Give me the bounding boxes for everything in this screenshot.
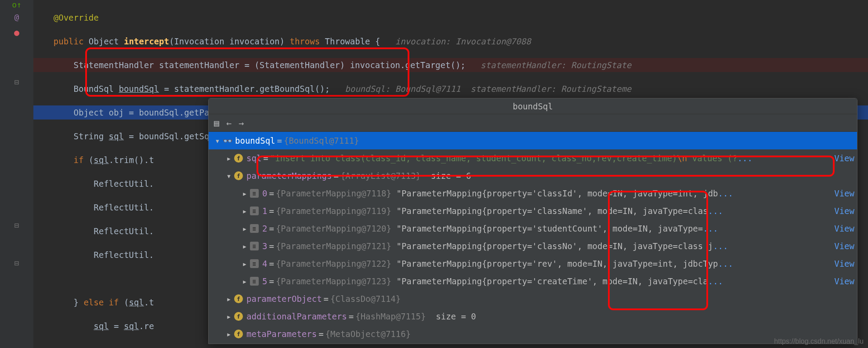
- view-link[interactable]: View: [834, 241, 857, 251]
- var-class: {ParameterMapping@7122}: [276, 259, 391, 268]
- popup-title: boundSql: [209, 98, 857, 114]
- fold-gutter-icon[interactable]: ⊟: [14, 78, 19, 86]
- var-class: {ParameterMapping@7118}: [276, 188, 391, 198]
- view-link[interactable]: View: [834, 224, 857, 233]
- method-name: intercept: [124, 36, 169, 46]
- code-line: ReflectUtil.: [94, 179, 154, 188]
- view-link[interactable]: View: [834, 153, 857, 163]
- code-line: ReflectUtil.: [94, 203, 154, 212]
- keyword-else: else: [83, 297, 104, 307]
- expand-arrow-icon[interactable]: [239, 224, 250, 233]
- expand-arrow-icon[interactable]: [224, 294, 234, 304]
- var-value: "ParameterMapping{property='classNo', mo…: [396, 241, 713, 251]
- var-index: 1: [262, 206, 267, 216]
- code-fragment: (sql.trim().t: [89, 155, 154, 165]
- var-name: sql: [246, 153, 261, 163]
- breakpoint-icon[interactable]: ●: [14, 28, 19, 37]
- inlay-hint: statementHandler: RoutingState: [481, 60, 631, 70]
- keyword-public: public: [54, 36, 84, 46]
- inlay-hint: invocation: Invocation@7088: [395, 36, 531, 46]
- field-badge-icon: f: [234, 154, 243, 163]
- expand-arrow-icon[interactable]: [239, 276, 250, 286]
- code-line: ReflectUtil.: [94, 226, 154, 236]
- tree-row-item[interactable]: ≡ 1 = {ParameterMapping@7119} "Parameter…: [209, 202, 857, 220]
- ellipsis: ...: [703, 224, 718, 233]
- code-line: String sql = boundSql.getSql();: [74, 131, 230, 141]
- array-badge-icon: ≡: [250, 259, 259, 268]
- var-class: {ParameterMapping@7123}: [276, 276, 391, 286]
- tree-row-item[interactable]: ≡ 2 = {ParameterMapping@7120} "Parameter…: [209, 220, 857, 237]
- nodes-view-icon[interactable]: ▤: [214, 118, 219, 128]
- ellipsis: ...: [708, 206, 723, 216]
- tree-row-item[interactable]: ≡ 3 = {ParameterMapping@7121} "Parameter…: [209, 237, 857, 255]
- view-link[interactable]: View: [834, 206, 857, 216]
- tree-row-item[interactable]: ≡ 4 = {ParameterMapping@7122} "Parameter…: [209, 255, 857, 272]
- var-value: "insert into class(class_id, class_name,…: [270, 153, 738, 163]
- ellipsis: ...: [718, 259, 733, 268]
- var-name: parameterMappings: [246, 171, 332, 181]
- override-gutter-icon[interactable]: o↑: [12, 1, 22, 9]
- back-icon[interactable]: ←: [226, 118, 231, 128]
- var-class: {ParameterMapping@7121}: [276, 241, 391, 251]
- watermark-text: https://blog.csdn.net/xuan_lu: [774, 337, 864, 345]
- code-line: sql = sql.re: [94, 321, 154, 331]
- tree-row-item[interactable]: ≡ 5 = {ParameterMapping@7123} "Parameter…: [209, 272, 857, 290]
- debugger-evaluate-popup[interactable]: boundSql ▤ ← → 👓 boundSql = {BoundSql@71…: [208, 98, 857, 344]
- tree-row-sql[interactable]: f sql = "insert into class(class_id, cla…: [209, 149, 857, 167]
- expand-arrow-icon[interactable]: [239, 259, 250, 268]
- expand-arrow-icon[interactable]: [224, 312, 234, 321]
- var-class: {ParameterMapping@7119}: [276, 206, 391, 216]
- expand-arrow-icon[interactable]: [224, 329, 234, 339]
- expand-arrow-icon[interactable]: [239, 241, 250, 251]
- var-index: 3: [262, 241, 267, 251]
- expand-arrow-icon[interactable]: [224, 171, 234, 181]
- keyword-if: if: [74, 155, 84, 165]
- var-index: 4: [262, 259, 267, 268]
- array-badge-icon: ≡: [250, 224, 259, 233]
- expand-arrow-icon[interactable]: [224, 153, 234, 163]
- tree-root-row[interactable]: 👓 boundSql = {BoundSql@7111}: [209, 132, 857, 149]
- var-class: {BoundSql@7111}: [284, 136, 359, 145]
- annotation-gutter-icon[interactable]: @: [14, 13, 19, 21]
- var-size: size = 6: [431, 171, 471, 181]
- var-value: "ParameterMapping{property='rev', mode=I…: [396, 259, 718, 268]
- expand-arrow-icon[interactable]: [239, 188, 250, 198]
- variables-tree[interactable]: 👓 boundSql = {BoundSql@7111} f sql = "in…: [209, 132, 857, 344]
- var-class: {ArrayList@7113}: [340, 171, 421, 181]
- return-type: Object: [89, 36, 119, 46]
- fold-gutter-icon[interactable]: ⊟: [14, 259, 19, 267]
- editor-gutter: o↑ @ ● ⊟ ⊟ ⊟: [0, 0, 33, 348]
- var-class: {HashMap@7115}: [355, 312, 426, 321]
- var-class: {MetaObject@7116}: [326, 329, 411, 339]
- var-name: parameterObject: [246, 294, 322, 304]
- view-link[interactable]: View: [834, 259, 857, 268]
- tree-row-metaparameters[interactable]: f metaParameters = {MetaObject@7116}: [209, 325, 857, 343]
- field-badge-icon: f: [234, 312, 243, 321]
- method-signature: (Invocation invocation): [169, 36, 285, 46]
- array-badge-icon: ≡: [250, 277, 259, 286]
- var-size: size = 0: [436, 312, 476, 321]
- tree-row-additionalparameters[interactable]: f additionalParameters = {HashMap@7115} …: [209, 308, 857, 325]
- field-badge-icon: f: [234, 330, 243, 338]
- field-badge-icon: f: [234, 294, 243, 303]
- expand-arrow-icon[interactable]: [239, 206, 250, 216]
- code-line: ReflectUtil.: [94, 250, 154, 260]
- tree-row-parameterobject[interactable]: f parameterObject = {ClassDo@7114}: [209, 290, 857, 308]
- var-index: 2: [262, 224, 267, 233]
- var-class: {ParameterMapping@7120}: [276, 224, 391, 233]
- fold-gutter-icon[interactable]: ⊟: [14, 221, 19, 229]
- tree-row-item[interactable]: ≡ 0 = {ParameterMapping@7118} "Parameter…: [209, 185, 857, 202]
- keyword-if: if: [109, 297, 119, 307]
- tree-row-parametermappings[interactable]: f parameterMappings = {ArrayList@7113} s…: [209, 167, 857, 185]
- ellipsis: ...: [713, 241, 728, 251]
- code-line: StatementHandler statementHandler = (Sta…: [74, 60, 466, 70]
- var-class: {ClassDo@7114}: [330, 294, 401, 304]
- expand-arrow-icon[interactable]: [212, 136, 223, 145]
- view-link[interactable]: View: [834, 276, 857, 286]
- var-value: "ParameterMapping{property='studentCount…: [396, 224, 703, 233]
- inlay-hint: boundSql: BoundSql@7111 statementHandler…: [345, 84, 631, 94]
- glasses-icon: 👓: [223, 136, 232, 145]
- popup-toolbar: ▤ ← →: [209, 114, 857, 132]
- view-link[interactable]: View: [834, 188, 857, 198]
- forward-icon[interactable]: →: [239, 118, 244, 128]
